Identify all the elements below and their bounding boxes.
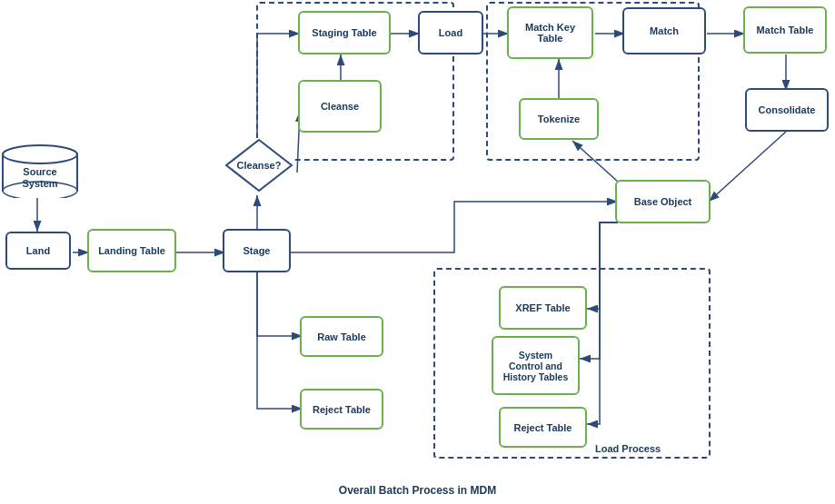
- cleanse-label: Cleanse: [321, 101, 359, 112]
- load-process-text: Load Process: [595, 443, 661, 454]
- raw-table-node: Raw Table: [300, 316, 383, 357]
- reject-table-left-label: Reject Table: [313, 404, 371, 415]
- cleanse-decision-node: Cleanse?: [225, 138, 293, 193]
- stage-node: Stage: [223, 229, 291, 272]
- stage-label: Stage: [244, 245, 271, 256]
- match-table-label: Match Table: [757, 25, 814, 35]
- base-object-node: Base Object: [615, 180, 711, 223]
- land-node: Land: [5, 232, 71, 270]
- raw-table-label: Raw Table: [317, 331, 366, 342]
- xref-table-node: XREF Table: [499, 286, 587, 330]
- reject-table-left-node: Reject Table: [300, 389, 383, 430]
- match-key-table-node: Match Key Table: [507, 6, 593, 59]
- match-node: Match: [622, 7, 706, 54]
- match-table-node: Match Table: [743, 6, 827, 54]
- diagram: Source System Land Landing Table Stage C…: [0, 0, 835, 504]
- svg-point-16: [3, 145, 77, 163]
- svg-line-14: [709, 132, 786, 202]
- caption-text: Overall Batch Process in MDM: [339, 484, 496, 497]
- match-label: Match: [650, 25, 679, 36]
- source-system-node: Source System: [1, 143, 79, 198]
- caption: Overall Batch Process in MDM: [0, 484, 835, 497]
- load-label: Load: [439, 27, 462, 38]
- reject-table-right-node: Reject Table: [499, 407, 587, 448]
- sys-ctrl-label: System Control and History Tables: [503, 350, 569, 382]
- tokenize-label: Tokenize: [538, 114, 580, 124]
- xref-table-label: XREF Table: [515, 302, 570, 313]
- base-object-label: Base Object: [634, 196, 692, 207]
- sys-ctrl-node: System Control and History Tables: [492, 336, 580, 395]
- tokenize-node: Tokenize: [519, 98, 599, 140]
- svg-text:Cleanse?: Cleanse?: [237, 160, 282, 171]
- svg-text:Source: Source: [23, 166, 56, 177]
- load-process-label: Load Process: [595, 443, 661, 454]
- landing-table-label: Landing Table: [98, 245, 165, 256]
- staging-table-node: Staging Table: [298, 11, 391, 54]
- load-node: Load: [418, 11, 483, 54]
- svg-text:System: System: [22, 178, 57, 189]
- cleanse-node: Cleanse: [298, 80, 382, 133]
- reject-table-right-label: Reject Table: [514, 422, 572, 433]
- match-key-table-label: Match Key Table: [525, 22, 575, 44]
- consolidate-node: Consolidate: [745, 88, 829, 132]
- landing-table-node: Landing Table: [87, 229, 176, 272]
- land-label: Land: [26, 245, 50, 256]
- consolidate-label: Consolidate: [759, 104, 816, 115]
- staging-table-label: Staging Table: [312, 27, 376, 38]
